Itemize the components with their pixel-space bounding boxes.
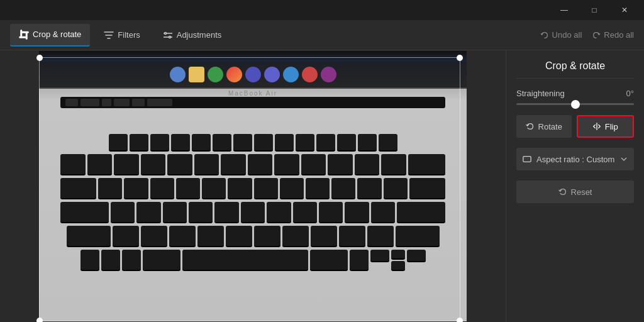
key-d: [163, 202, 187, 223]
key-row-asdf: [60, 202, 445, 223]
laptop-screen: [39, 51, 467, 89]
key-left: [370, 250, 389, 262]
key-r: [176, 178, 200, 199]
key-i: [280, 178, 304, 199]
key-7: [248, 154, 273, 175]
key-comma: [311, 226, 337, 247]
undo-all-button[interactable]: Undo all: [540, 30, 582, 40]
key-period: [339, 226, 365, 247]
toolbar: Crop & rotate Filters Adjustments Undo a…: [0, 20, 644, 50]
key-x: [141, 226, 167, 247]
dock-icon-6: [264, 67, 280, 82]
key-b: [226, 226, 252, 247]
key-6: [221, 154, 246, 175]
key-v: [197, 226, 224, 247]
key-e: [150, 178, 174, 199]
key-semicolon: [345, 202, 369, 223]
redo-icon: [592, 31, 601, 40]
key-k: [293, 202, 317, 223]
close-button[interactable]: ✕: [610, 0, 639, 20]
key-f9: [296, 134, 314, 152]
crop-icon: [19, 30, 29, 40]
reset-button[interactable]: Reset: [516, 180, 634, 203]
key-q: [98, 178, 122, 199]
key-l: [319, 202, 343, 223]
undo-redo-group: Undo all Redo all: [540, 30, 634, 40]
key-backspace: [408, 154, 445, 175]
key-f: [189, 202, 213, 223]
key-1: [87, 154, 113, 175]
svg-point-4: [164, 32, 166, 34]
adjustments-tab[interactable]: Adjustments: [154, 24, 231, 47]
key-space: [182, 250, 308, 271]
key-o: [306, 178, 330, 199]
filters-tab[interactable]: Filters: [95, 24, 148, 47]
key-f3: [171, 134, 190, 152]
key-4: [167, 154, 192, 175]
rotate-label: Rotate: [538, 122, 562, 131]
key-f7: [254, 134, 273, 152]
key-m: [282, 226, 309, 247]
right-panel: Crop & rotate Straightening 0° Rotate: [506, 50, 644, 322]
key-u: [254, 178, 278, 199]
key-f4: [192, 134, 211, 152]
crop-rotate-label: Crop & rotate: [33, 30, 81, 39]
key-rbracket: [384, 178, 408, 199]
key-up: [391, 250, 405, 260]
key-minus: [355, 154, 380, 175]
dock-icon-7: [283, 67, 299, 82]
key-power: [379, 134, 397, 152]
filter-icon: [104, 30, 114, 40]
key-opt: [122, 250, 141, 271]
dock-icon-3: [208, 67, 223, 82]
flip-icon: [592, 122, 601, 131]
key-y: [228, 178, 252, 199]
rotate-button[interactable]: Rotate: [516, 115, 572, 138]
svg-point-7: [169, 36, 170, 38]
keyboard: [60, 97, 445, 308]
key-f1: [130, 134, 148, 152]
key-quote: [371, 202, 395, 223]
key-fn2: [80, 250, 99, 271]
key-slash: [367, 226, 394, 247]
key-2: [114, 154, 139, 175]
rotate-flip-row: Rotate Flip: [516, 115, 634, 138]
redo-all-button[interactable]: Redo all: [592, 30, 634, 40]
minimize-button[interactable]: —: [550, 0, 579, 20]
adjustments-icon: [163, 30, 173, 40]
crop-rotate-tab[interactable]: Crop & rotate: [10, 24, 90, 47]
photo-dock: [39, 62, 467, 87]
key-f5: [213, 134, 231, 152]
key-8: [274, 154, 299, 175]
flip-label: Flip: [605, 122, 618, 131]
svg-rect-10: [523, 157, 531, 162]
straightening-section: Straightening 0°: [516, 89, 634, 105]
maximize-button[interactable]: □: [580, 0, 609, 20]
aspect-ratio-row[interactable]: Aspect ratio : Custom: [516, 148, 634, 170]
key-fn: [109, 134, 128, 152]
redo-all-label: Redo all: [604, 30, 634, 40]
macbook-label: MacBook Air: [228, 90, 277, 97]
key-f8: [275, 134, 294, 152]
panel-title: Crop & rotate: [516, 60, 634, 79]
key-f2: [150, 134, 169, 152]
key-down: [391, 261, 405, 271]
key-backtick: [60, 154, 86, 175]
key-capslock: [60, 202, 109, 223]
key-p: [331, 178, 355, 199]
key-5: [194, 154, 219, 175]
straightening-slider-container: [516, 103, 634, 105]
key-j: [267, 202, 291, 223]
dock-icon-4: [226, 67, 242, 82]
svg-rect-3: [22, 31, 28, 33]
undo-all-label: Undo all: [552, 30, 582, 40]
filters-label: Filters: [118, 30, 140, 40]
key-9: [301, 154, 326, 175]
chevron-down-icon: [620, 155, 628, 163]
flip-button[interactable]: Flip: [577, 115, 635, 138]
aspect-ratio-icon: [523, 155, 531, 164]
straightening-slider-thumb[interactable]: [571, 100, 580, 109]
key-f12: [358, 134, 377, 152]
key-s: [136, 202, 160, 223]
key-3: [141, 154, 166, 175]
